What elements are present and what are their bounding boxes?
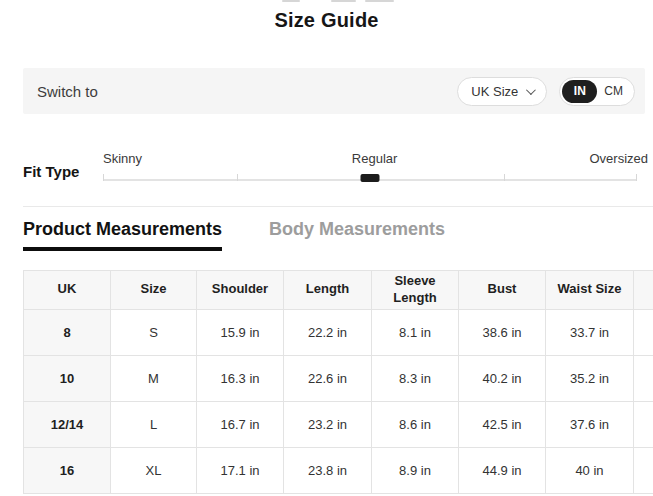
col-header-shoulder: Shoulder — [197, 271, 284, 310]
cell-sleeve-length: 8.3 in — [372, 355, 459, 401]
page-title: Size Guide — [0, 9, 653, 32]
tab-product-measurements[interactable]: Product Measurements — [23, 219, 222, 251]
clipped-text-artifact — [365, 0, 394, 2]
cell-length: 23.2 in — [284, 401, 372, 447]
switch-to-bar: Switch to UK Size IN CM — [23, 68, 645, 114]
slider-tick — [636, 174, 637, 181]
cell-length: 22.2 in — [284, 309, 372, 355]
cell-waist-size: 35.2 in — [546, 355, 634, 401]
cell-size: M — [111, 355, 197, 401]
col-header-clipped — [634, 271, 653, 310]
measurement-tabs: Product Measurements Body Measurements — [23, 219, 445, 251]
size-standard-dropdown[interactable]: UK Size — [457, 77, 547, 106]
tab-body-measurements[interactable]: Body Measurements — [269, 219, 445, 240]
switch-controls: UK Size IN CM — [457, 77, 635, 106]
slider-tick — [237, 174, 238, 181]
table-row: 12/14 L 16.7 in 23.2 in 8.6 in 42.5 in 3… — [24, 401, 653, 447]
unit-toggle[interactable]: IN CM — [559, 77, 635, 106]
col-header-size: Size — [111, 271, 197, 310]
cell-clipped — [634, 447, 653, 493]
fit-option-regular[interactable]: Regular — [352, 151, 398, 166]
cell-uk: 16 — [24, 447, 111, 493]
cell-bust: 40.2 in — [459, 355, 546, 401]
clipped-text-artifact — [331, 0, 356, 2]
unit-option-cm[interactable]: CM — [597, 80, 632, 103]
cell-waist-size: 40 in — [546, 447, 634, 493]
size-standard-value: UK Size — [471, 84, 518, 99]
switch-to-label: Switch to — [37, 83, 98, 100]
cell-waist-size: 37.6 in — [546, 401, 634, 447]
cell-sleeve-length: 8.1 in — [372, 309, 459, 355]
fit-type-label: Fit Type — [23, 163, 79, 180]
col-header-waist-size: Waist Size — [546, 271, 634, 310]
unit-option-in[interactable]: IN — [562, 80, 597, 103]
cell-size: XL — [111, 447, 197, 493]
cell-sleeve-length: 8.9 in — [372, 447, 459, 493]
col-header-sleeve-length: Sleeve Length — [372, 271, 459, 310]
fit-type-slider-track[interactable] — [103, 179, 637, 181]
cell-length: 23.8 in — [284, 447, 372, 493]
chevron-down-icon — [526, 85, 536, 95]
cell-shoulder: 16.7 in — [197, 401, 284, 447]
cell-length: 22.6 in — [284, 355, 372, 401]
cell-clipped — [634, 401, 653, 447]
cell-size: S — [111, 309, 197, 355]
cell-shoulder: 17.1 in — [197, 447, 284, 493]
table-header-row: UK Size Shoulder Length Sleeve Length Bu… — [24, 271, 653, 310]
section-divider — [23, 206, 653, 207]
cell-uk: 10 — [24, 355, 111, 401]
cell-clipped — [634, 355, 653, 401]
table-row: 8 S 15.9 in 22.2 in 8.1 in 38.6 in 33.7 … — [24, 309, 653, 355]
cell-bust: 44.9 in — [459, 447, 546, 493]
size-table-container: UK Size Shoulder Length Sleeve Length Bu… — [23, 270, 653, 496]
table-row: 16 XL 17.1 in 23.8 in 8.9 in 44.9 in 40 … — [24, 447, 653, 493]
cell-shoulder: 15.9 in — [197, 309, 284, 355]
size-table: UK Size Shoulder Length Sleeve Length Bu… — [23, 270, 653, 494]
slider-tick — [103, 174, 104, 181]
clipped-text-artifact — [282, 0, 300, 2]
col-header-length: Length — [284, 271, 372, 310]
table-row: 10 M 16.3 in 22.6 in 8.3 in 40.2 in 35.2… — [24, 355, 653, 401]
cell-clipped — [634, 309, 653, 355]
cell-size: L — [111, 401, 197, 447]
col-header-uk: UK — [24, 271, 111, 310]
fit-option-skinny[interactable]: Skinny — [103, 151, 142, 166]
cell-uk: 8 — [24, 309, 111, 355]
cell-shoulder: 16.3 in — [197, 355, 284, 401]
col-header-bust: Bust — [459, 271, 546, 310]
cell-waist-size: 33.7 in — [546, 309, 634, 355]
cell-uk: 12/14 — [24, 401, 111, 447]
fit-type-slider-handle[interactable] — [361, 174, 380, 182]
fit-type-option-labels: Skinny Regular Oversized — [103, 151, 648, 166]
fit-option-oversized[interactable]: Oversized — [589, 151, 648, 166]
slider-tick — [504, 174, 505, 181]
cell-sleeve-length: 8.6 in — [372, 401, 459, 447]
cell-bust: 42.5 in — [459, 401, 546, 447]
cell-bust: 38.6 in — [459, 309, 546, 355]
